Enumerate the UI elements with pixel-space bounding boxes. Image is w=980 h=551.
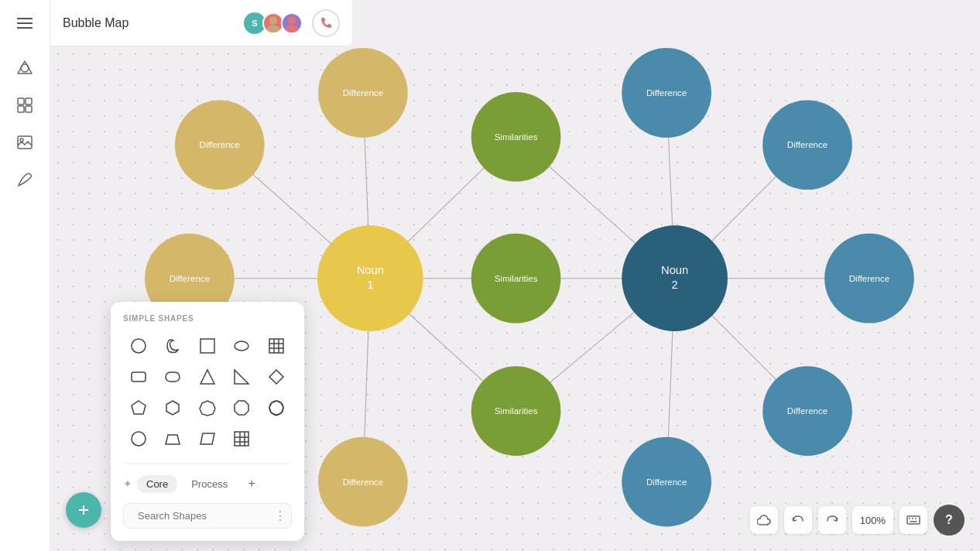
draw-icon[interactable] — [9, 164, 40, 195]
svg-rect-8 — [26, 106, 32, 112]
svg-marker-76 — [235, 401, 248, 415]
undo-button[interactable] — [784, 506, 812, 534]
svg-marker-80 — [166, 435, 180, 444]
fab-button[interactable] — [66, 492, 101, 528]
app-title: Bubble Map — [63, 16, 235, 30]
sidebar — [0, 0, 50, 551]
svg-rect-6 — [26, 98, 32, 104]
svg-point-4 — [21, 64, 29, 72]
avatar-c — [281, 12, 303, 34]
svg-point-13 — [288, 16, 296, 24]
svg-rect-91 — [907, 516, 920, 524]
collaborator-avatars: S — [244, 12, 303, 34]
zoom-level[interactable]: 100% — [852, 506, 893, 534]
header: Bubble Map S — [50, 0, 352, 46]
canvas[interactable]: Noun 1 Noun 2 Similarities Similarities … — [50, 46, 980, 551]
svg-text:Noun: Noun — [357, 264, 384, 276]
svg-rect-61 — [200, 339, 214, 353]
svg-rect-69 — [166, 372, 180, 382]
star-icon: ✦ — [123, 477, 132, 490]
svg-text:Difference: Difference — [787, 406, 828, 416]
phone-button[interactable] — [312, 9, 340, 37]
shape-circle-2[interactable] — [123, 425, 154, 453]
shape-ellipse[interactable] — [226, 332, 257, 360]
svg-marker-81 — [200, 433, 214, 444]
bottom-controls: 100% ? — [750, 505, 965, 536]
shape-octagon[interactable] — [226, 394, 257, 422]
shape-parallelogram[interactable] — [192, 425, 223, 453]
svg-rect-82 — [235, 432, 248, 446]
svg-marker-78 — [269, 401, 283, 416]
keyboard-button[interactable] — [899, 506, 927, 534]
svg-text:Difference: Difference — [343, 477, 383, 487]
svg-text:Difference: Difference — [646, 477, 687, 487]
shape-table[interactable] — [261, 332, 292, 360]
svg-text:Similarities: Similarities — [495, 132, 538, 142]
svg-point-79 — [132, 432, 146, 446]
shape-rounded-rect-2[interactable] — [157, 363, 188, 391]
shape-right-triangle[interactable] — [226, 363, 257, 391]
svg-text:Difference: Difference — [200, 140, 240, 149]
shape-nonagon[interactable] — [261, 394, 292, 422]
svg-text:Difference: Difference — [646, 88, 687, 98]
shape-rounded-rect[interactable] — [123, 363, 154, 391]
shape-trapezoid[interactable] — [157, 425, 188, 453]
svg-marker-75 — [200, 401, 215, 416]
shape-hexagon[interactable] — [157, 394, 188, 422]
svg-text:Difference: Difference — [343, 88, 383, 98]
help-button[interactable]: ? — [934, 505, 965, 536]
svg-text:1: 1 — [367, 279, 373, 291]
svg-point-12 — [266, 25, 279, 33]
shape-triangle[interactable] — [192, 363, 223, 391]
svg-marker-70 — [200, 370, 214, 384]
shape-diamond[interactable] — [261, 363, 292, 391]
search-shapes-input[interactable] — [138, 510, 268, 522]
shape-circle[interactable] — [123, 332, 154, 360]
redo-button[interactable] — [818, 506, 846, 534]
svg-text:Similarities: Similarities — [495, 274, 538, 283]
svg-marker-71 — [235, 370, 248, 384]
shapes-panel: SIMPLE SHAPES — [111, 302, 304, 541]
svg-point-11 — [269, 16, 277, 24]
add-tab-button[interactable]: + — [242, 474, 262, 494]
svg-point-14 — [285, 25, 298, 33]
tab-process[interactable]: Process — [182, 475, 237, 493]
svg-point-60 — [132, 339, 146, 353]
tab-core[interactable]: Core — [137, 475, 177, 493]
shapes-icon[interactable] — [9, 53, 40, 84]
shape-arc[interactable] — [157, 332, 188, 360]
svg-rect-7 — [18, 106, 24, 112]
shape-grid[interactable] — [226, 425, 257, 453]
svg-marker-74 — [166, 401, 179, 415]
svg-text:Difference: Difference — [170, 274, 210, 283]
shape-tabs: ✦ Core Process + — [123, 464, 292, 494]
main-area: Bubble Map S — [50, 0, 980, 551]
svg-marker-73 — [132, 401, 146, 414]
svg-text:Difference: Difference — [849, 274, 889, 283]
svg-text:Similarities: Similarities — [495, 406, 538, 416]
shape-square[interactable] — [192, 332, 223, 360]
svg-marker-72 — [269, 370, 283, 384]
svg-text:2: 2 — [672, 279, 678, 291]
search-shapes-container: ⋮ — [123, 503, 292, 529]
search-options-icon[interactable]: ⋮ — [274, 508, 286, 523]
shape-heptagon[interactable] — [192, 394, 223, 422]
svg-rect-9 — [18, 136, 32, 149]
svg-point-62 — [235, 341, 248, 351]
menu-icon[interactable] — [9, 8, 40, 39]
svg-rect-5 — [18, 98, 24, 104]
shapes-section-label: SIMPLE SHAPES — [123, 314, 292, 323]
shape-pentagon[interactable] — [123, 394, 154, 422]
svg-rect-68 — [132, 372, 146, 382]
cloud-button[interactable] — [750, 506, 778, 534]
svg-rect-63 — [269, 339, 283, 353]
svg-text:Difference: Difference — [787, 140, 828, 149]
shapes-grid — [123, 332, 292, 453]
svg-text:Noun: Noun — [661, 264, 688, 276]
image-icon[interactable] — [9, 127, 40, 158]
grid-icon[interactable] — [9, 90, 40, 121]
